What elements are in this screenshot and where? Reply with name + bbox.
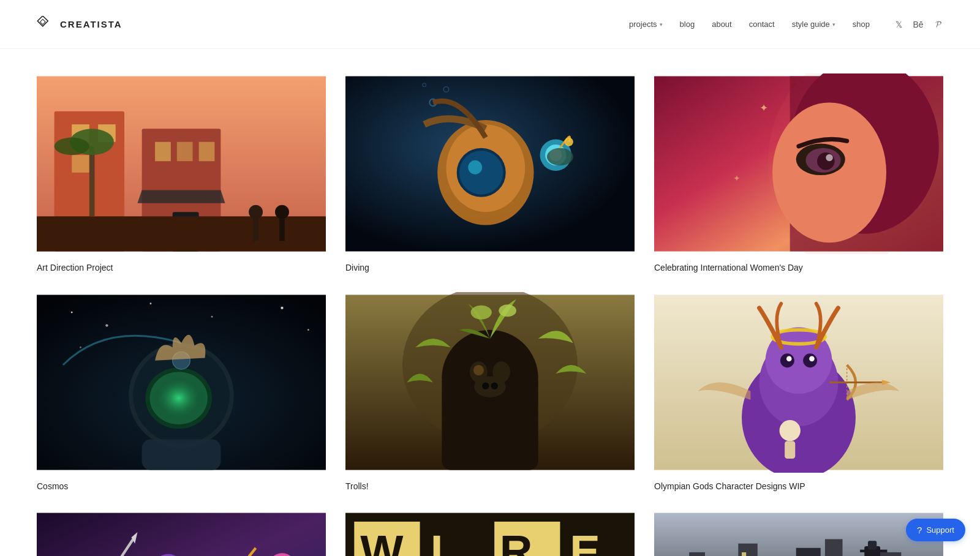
nav-label: blog (680, 20, 695, 29)
main-content: Art Direction Project (0, 49, 980, 556)
svg-point-17 (249, 205, 263, 219)
svg-rect-20 (279, 219, 285, 241)
svg-rect-14 (89, 146, 95, 216)
project-image-bottom1 (37, 511, 326, 556)
svg-rect-117 (689, 552, 705, 556)
project-image-women-day: ✦ ✦ ✦ (654, 73, 943, 254)
svg-point-33 (547, 148, 573, 166)
svg-rect-133 (868, 541, 876, 549)
svg-point-81 (786, 356, 792, 362)
svg-rect-18 (253, 219, 258, 241)
svg-point-67 (473, 365, 484, 375)
project-image-bottom3 (654, 511, 943, 556)
svg-point-73 (499, 304, 516, 317)
nav-item-blog[interactable]: blog (680, 20, 695, 29)
project-image-art-direction (37, 73, 326, 254)
nav-label: style guide (792, 20, 830, 29)
project-title-olympian: Olympian Gods Character Designs WIP (654, 481, 943, 491)
svg-rect-9 (177, 142, 193, 161)
brand-name: CREATISTA (60, 19, 123, 29)
project-image-olympian (654, 292, 943, 473)
svg-text:✦: ✦ (777, 219, 782, 227)
svg-point-48 (71, 312, 73, 314)
nav-item-contact[interactable]: contact (749, 20, 775, 29)
svg-rect-87 (785, 441, 795, 459)
svg-rect-121 (796, 548, 821, 556)
nav-label: projects (629, 20, 657, 29)
svg-point-16 (55, 138, 89, 156)
project-item-women-day[interactable]: ✦ ✦ ✦ Celebrating International Women's … (654, 73, 943, 272)
projects-grid: Art Direction Project (37, 73, 943, 556)
pinterest-icon[interactable]: 𝓟 (932, 19, 943, 30)
project-title-trolls: Trolls! (345, 481, 635, 491)
nav-label: about (712, 20, 732, 29)
svg-rect-124 (880, 552, 902, 556)
svg-point-29 (468, 160, 482, 175)
nav-label: contact (749, 20, 775, 29)
svg-rect-60 (142, 439, 221, 470)
project-image-trolls (345, 292, 635, 473)
nav-items: projects▾blogaboutcontactstyle guide▾sho… (629, 20, 870, 29)
behance-icon[interactable]: Bē (913, 19, 924, 30)
project-item-bottom3[interactable] (654, 511, 943, 556)
svg-point-53 (307, 329, 309, 331)
svg-point-71 (491, 383, 497, 389)
project-title-women-day: Celebrating International Women's Day (654, 263, 943, 272)
svg-point-28 (459, 151, 503, 195)
nav-item-style-guide[interactable]: style guide▾ (792, 20, 835, 29)
main-nav: projects▾blogaboutcontactstyle guide▾sho… (629, 19, 943, 30)
svg-point-34 (565, 138, 573, 146)
project-item-olympian[interactable]: Olympian Gods Character Designs WIP (654, 292, 943, 491)
project-title-diving: Diving (345, 263, 635, 272)
support-icon: ? (917, 525, 922, 535)
svg-point-42 (817, 152, 835, 170)
svg-rect-6 (72, 155, 89, 173)
project-item-diving[interactable]: Diving (345, 73, 635, 272)
svg-point-54 (80, 347, 81, 348)
svg-rect-10 (199, 142, 215, 161)
svg-rect-119 (738, 544, 757, 556)
svg-point-43 (826, 154, 832, 161)
svg-point-50 (150, 302, 152, 304)
svg-marker-11 (137, 190, 225, 203)
support-button[interactable]: ? Support (906, 519, 965, 541)
project-item-trolls[interactable]: Trolls! (345, 292, 635, 491)
svg-text:E: E (570, 526, 600, 556)
project-item-cosmos[interactable]: Cosmos (37, 292, 326, 491)
project-item-art-direction[interactable]: Art Direction Project (37, 73, 326, 272)
svg-text:✦: ✦ (760, 102, 768, 114)
svg-rect-130 (742, 552, 746, 556)
svg-point-19 (275, 205, 289, 219)
nav-item-about[interactable]: about (712, 20, 732, 29)
project-image-diving (345, 73, 635, 254)
project-item-bottom2[interactable]: W I R E D (345, 511, 635, 556)
svg-text:W: W (360, 526, 404, 556)
project-title-art-direction: Art Direction Project (37, 263, 326, 272)
project-title-cosmos: Cosmos (37, 481, 326, 491)
svg-rect-135 (880, 550, 887, 552)
nav-label: shop (853, 20, 870, 29)
svg-text:I: I (431, 526, 443, 556)
svg-rect-122 (825, 539, 843, 556)
svg-point-82 (809, 356, 815, 362)
project-image-cosmos (37, 292, 326, 473)
twitter-icon[interactable]: 𝕏 (893, 19, 904, 30)
svg-rect-88 (37, 513, 326, 556)
svg-rect-8 (155, 142, 171, 161)
nav-item-projects[interactable]: projects▾ (629, 20, 663, 29)
logo[interactable]: CREATISTA (37, 16, 123, 33)
svg-point-69 (474, 376, 505, 397)
svg-point-52 (281, 307, 283, 309)
svg-text:✦: ✦ (733, 173, 741, 183)
logo-icon (37, 16, 54, 33)
svg-point-86 (780, 420, 801, 441)
project-item-bottom1[interactable] (37, 511, 326, 556)
svg-point-49 (105, 324, 108, 326)
chevron-down-icon: ▾ (832, 21, 835, 28)
svg-text:R: R (500, 526, 533, 556)
svg-point-72 (471, 306, 492, 320)
svg-point-70 (482, 383, 489, 389)
nav-item-shop[interactable]: shop (853, 20, 870, 29)
svg-point-51 (211, 316, 213, 318)
chevron-down-icon: ▾ (660, 21, 663, 28)
